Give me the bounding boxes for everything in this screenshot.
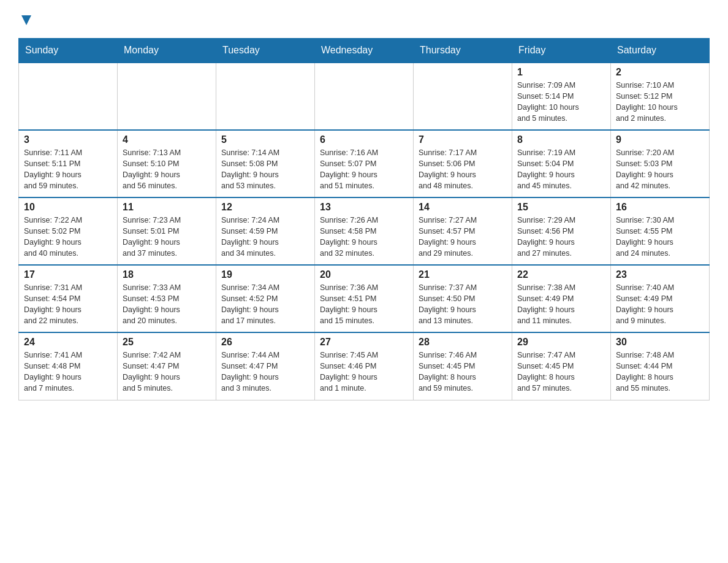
day-info: Sunrise: 7:27 AMSunset: 4:57 PMDaylight:…: [419, 215, 507, 259]
weekday-header-saturday: Saturday: [611, 39, 710, 63]
day-info: Sunrise: 7:38 AMSunset: 4:49 PMDaylight:…: [517, 282, 605, 327]
week-row-4: 17Sunrise: 7:31 AMSunset: 4:54 PMDayligh…: [19, 265, 710, 332]
day-number: 27: [320, 337, 408, 348]
day-info: Sunrise: 7:33 AMSunset: 4:53 PMDaylight:…: [123, 282, 211, 327]
day-number: 10: [24, 202, 112, 213]
day-info: Sunrise: 7:34 AMSunset: 4:52 PMDaylight:…: [221, 282, 309, 327]
day-number: 19: [221, 269, 309, 280]
calendar-cell: 14Sunrise: 7:27 AMSunset: 4:57 PMDayligh…: [414, 197, 512, 265]
calendar-cell: 15Sunrise: 7:29 AMSunset: 4:56 PMDayligh…: [512, 197, 611, 265]
day-info: Sunrise: 7:30 AMSunset: 4:55 PMDaylight:…: [616, 215, 704, 259]
day-info: Sunrise: 7:24 AMSunset: 4:59 PMDaylight:…: [221, 215, 309, 259]
day-info: Sunrise: 7:13 AMSunset: 5:10 PMDaylight:…: [123, 147, 211, 192]
day-info: Sunrise: 7:16 AMSunset: 5:07 PMDaylight:…: [320, 147, 408, 192]
calendar-cell: 3Sunrise: 7:11 AMSunset: 5:11 PMDaylight…: [19, 130, 118, 197]
day-number: 5: [221, 134, 309, 145]
calendar-cell: 19Sunrise: 7:34 AMSunset: 4:52 PMDayligh…: [216, 265, 315, 332]
day-number: 7: [419, 134, 507, 145]
day-number: 29: [517, 337, 605, 348]
calendar-cell: 24Sunrise: 7:41 AMSunset: 4:48 PMDayligh…: [19, 332, 118, 400]
day-info: Sunrise: 7:23 AMSunset: 5:01 PMDaylight:…: [123, 215, 211, 259]
logo-text: [18, 12, 33, 29]
day-number: 11: [123, 202, 211, 213]
day-info: Sunrise: 7:45 AMSunset: 4:46 PMDaylight:…: [320, 350, 408, 394]
day-info: Sunrise: 7:10 AMSunset: 5:12 PMDaylight:…: [616, 80, 704, 124]
day-info: Sunrise: 7:19 AMSunset: 5:04 PMDaylight:…: [517, 147, 605, 192]
calendar-table: SundayMondayTuesdayWednesdayThursdayFrid…: [18, 38, 710, 400]
day-info: Sunrise: 7:14 AMSunset: 5:08 PMDaylight:…: [221, 147, 309, 192]
day-number: 2: [616, 67, 704, 78]
page-header: [18, 12, 710, 27]
week-row-1: 1Sunrise: 7:09 AMSunset: 5:14 PMDaylight…: [19, 63, 710, 130]
weekday-header-tuesday: Tuesday: [216, 39, 315, 63]
calendar-cell: 5Sunrise: 7:14 AMSunset: 5:08 PMDaylight…: [216, 130, 315, 197]
calendar-cell: [315, 63, 414, 130]
day-number: 25: [123, 337, 211, 348]
calendar-cell: 17Sunrise: 7:31 AMSunset: 4:54 PMDayligh…: [19, 265, 118, 332]
logo-triangle-icon: [20, 13, 33, 26]
calendar-cell: 26Sunrise: 7:44 AMSunset: 4:47 PMDayligh…: [216, 332, 315, 400]
day-info: Sunrise: 7:11 AMSunset: 5:11 PMDaylight:…: [24, 147, 112, 192]
day-number: 13: [320, 202, 408, 213]
weekday-header-row: SundayMondayTuesdayWednesdayThursdayFrid…: [19, 39, 710, 63]
calendar-cell: 23Sunrise: 7:40 AMSunset: 4:49 PMDayligh…: [611, 265, 710, 332]
calendar-cell: 30Sunrise: 7:48 AMSunset: 4:44 PMDayligh…: [611, 332, 710, 400]
day-number: 9: [616, 134, 704, 145]
day-info: Sunrise: 7:17 AMSunset: 5:06 PMDaylight:…: [419, 147, 507, 192]
calendar-cell: [19, 63, 118, 130]
calendar-cell: 8Sunrise: 7:19 AMSunset: 5:04 PMDaylight…: [512, 130, 611, 197]
day-info: Sunrise: 7:31 AMSunset: 4:54 PMDaylight:…: [24, 282, 112, 327]
day-info: Sunrise: 7:41 AMSunset: 4:48 PMDaylight:…: [24, 350, 112, 394]
calendar-cell: 10Sunrise: 7:22 AMSunset: 5:02 PMDayligh…: [19, 197, 118, 265]
calendar-cell: 20Sunrise: 7:36 AMSunset: 4:51 PMDayligh…: [315, 265, 414, 332]
day-info: Sunrise: 7:09 AMSunset: 5:14 PMDaylight:…: [517, 80, 605, 124]
calendar-cell: [118, 63, 216, 130]
day-number: 20: [320, 269, 408, 280]
weekday-header-thursday: Thursday: [414, 39, 512, 63]
weekday-header-sunday: Sunday: [19, 39, 118, 63]
day-number: 17: [24, 269, 112, 280]
calendar-cell: 29Sunrise: 7:47 AMSunset: 4:45 PMDayligh…: [512, 332, 611, 400]
day-info: Sunrise: 7:48 AMSunset: 4:44 PMDaylight:…: [616, 350, 704, 394]
day-number: 23: [616, 269, 704, 280]
day-info: Sunrise: 7:47 AMSunset: 4:45 PMDaylight:…: [517, 350, 605, 394]
logo: [18, 12, 33, 27]
calendar-cell: [414, 63, 512, 130]
day-number: 18: [123, 269, 211, 280]
calendar-cell: 7Sunrise: 7:17 AMSunset: 5:06 PMDaylight…: [414, 130, 512, 197]
calendar-cell: 16Sunrise: 7:30 AMSunset: 4:55 PMDayligh…: [611, 197, 710, 265]
weekday-header-wednesday: Wednesday: [315, 39, 414, 63]
day-number: 24: [24, 337, 112, 348]
calendar-cell: 27Sunrise: 7:45 AMSunset: 4:46 PMDayligh…: [315, 332, 414, 400]
day-info: Sunrise: 7:44 AMSunset: 4:47 PMDaylight:…: [221, 350, 309, 394]
weekday-header-friday: Friday: [512, 39, 611, 63]
calendar-cell: 13Sunrise: 7:26 AMSunset: 4:58 PMDayligh…: [315, 197, 414, 265]
day-number: 1: [517, 67, 605, 78]
calendar-cell: 6Sunrise: 7:16 AMSunset: 5:07 PMDaylight…: [315, 130, 414, 197]
day-info: Sunrise: 7:20 AMSunset: 5:03 PMDaylight:…: [616, 147, 704, 192]
calendar-cell: 11Sunrise: 7:23 AMSunset: 5:01 PMDayligh…: [118, 197, 216, 265]
day-number: 28: [419, 337, 507, 348]
day-number: 16: [616, 202, 704, 213]
day-info: Sunrise: 7:26 AMSunset: 4:58 PMDaylight:…: [320, 215, 408, 259]
day-number: 6: [320, 134, 408, 145]
day-info: Sunrise: 7:40 AMSunset: 4:49 PMDaylight:…: [616, 282, 704, 327]
week-row-2: 3Sunrise: 7:11 AMSunset: 5:11 PMDaylight…: [19, 130, 710, 197]
day-number: 14: [419, 202, 507, 213]
day-info: Sunrise: 7:22 AMSunset: 5:02 PMDaylight:…: [24, 215, 112, 259]
calendar-cell: 22Sunrise: 7:38 AMSunset: 4:49 PMDayligh…: [512, 265, 611, 332]
day-number: 15: [517, 202, 605, 213]
week-row-5: 24Sunrise: 7:41 AMSunset: 4:48 PMDayligh…: [19, 332, 710, 400]
calendar-cell: 2Sunrise: 7:10 AMSunset: 5:12 PMDaylight…: [611, 63, 710, 130]
calendar-cell: 1Sunrise: 7:09 AMSunset: 5:14 PMDaylight…: [512, 63, 611, 130]
day-number: 22: [517, 269, 605, 280]
day-info: Sunrise: 7:46 AMSunset: 4:45 PMDaylight:…: [419, 350, 507, 394]
day-info: Sunrise: 7:29 AMSunset: 4:56 PMDaylight:…: [517, 215, 605, 259]
day-info: Sunrise: 7:36 AMSunset: 4:51 PMDaylight:…: [320, 282, 408, 327]
calendar-cell: 12Sunrise: 7:24 AMSunset: 4:59 PMDayligh…: [216, 197, 315, 265]
day-info: Sunrise: 7:42 AMSunset: 4:47 PMDaylight:…: [123, 350, 211, 394]
calendar-cell: 18Sunrise: 7:33 AMSunset: 4:53 PMDayligh…: [118, 265, 216, 332]
day-info: Sunrise: 7:37 AMSunset: 4:50 PMDaylight:…: [419, 282, 507, 327]
day-number: 12: [221, 202, 309, 213]
svg-marker-0: [21, 15, 31, 25]
